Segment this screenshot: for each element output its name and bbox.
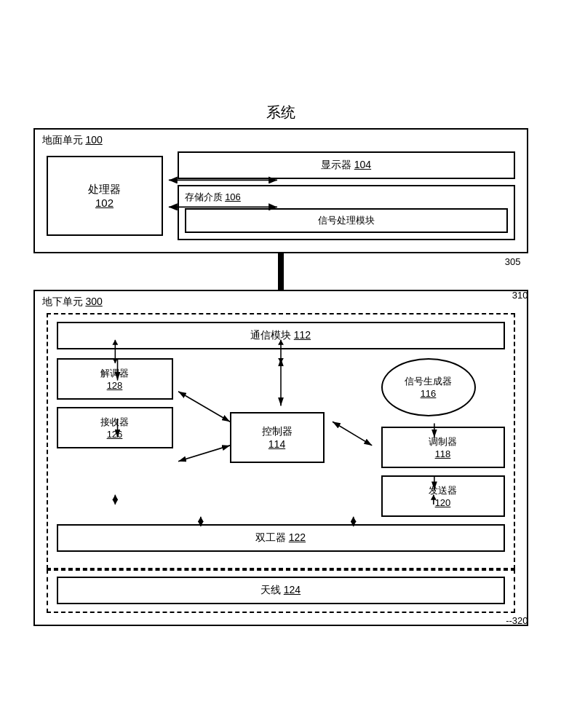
- comm-module-box: 通信模块 112: [57, 322, 505, 349]
- thick-line: [278, 253, 284, 290]
- right-boxes: 显示器 104 存储介质 106 信号处理模块: [178, 151, 515, 240]
- right-col: 信号生成器 116 调制器 118 发送器 120: [381, 358, 505, 517]
- underground-unit: 地下单元 300 310 通信模块 112 解调器 128 接收器 126: [33, 290, 528, 626]
- underground-unit-label: 地下单元 300: [42, 296, 103, 309]
- underground-inner: 通信模块 112 解调器 128 接收器 126: [47, 313, 515, 569]
- connector-area: 305: [33, 253, 528, 290]
- demodulator-box: 解调器 128: [57, 358, 173, 400]
- antenna-outer: 天线 124: [47, 569, 515, 613]
- center-col: 控制器 114: [180, 358, 374, 517]
- receiver-box: 接收器 126: [57, 407, 173, 448]
- label-310: 310: [512, 290, 528, 301]
- duplex-box: 双工器 122: [57, 524, 505, 552]
- display-box: 显示器 104: [178, 151, 515, 179]
- modulator-box: 调制器 118: [381, 427, 505, 468]
- storage-outer: 存储介质 106 信号处理模块: [178, 185, 515, 240]
- storage-label: 存储介质 106: [185, 191, 508, 204]
- antenna-box: 天线 124: [57, 577, 505, 604]
- signal-gen-box: 信号生成器 116: [381, 358, 476, 416]
- signal-proc-box: 信号处理模块: [185, 208, 508, 233]
- ground-unit-label: 地面单元 100: [42, 134, 103, 147]
- left-col: 解调器 128 接收器 126: [57, 358, 173, 517]
- transmitter-box: 发送器 120: [381, 475, 505, 517]
- system-title: 系统: [266, 103, 295, 122]
- label-320: --320: [506, 615, 528, 626]
- ground-inner: 处理器 102 显示器 104 存储介质 106 信号处理模块: [47, 151, 515, 240]
- controller-box: 控制器 114: [230, 412, 325, 463]
- ground-unit: 地面单元 100 处理器 102 显示器 104 存储介质 106 信号处理模块: [33, 128, 528, 253]
- diagram-container: 系统 地面单元 100 处理器 102 显示器 104 存储介质 106 信号处…: [19, 103, 543, 626]
- middle-section: 解调器 128 接收器 126 控制器 114: [57, 358, 505, 517]
- label-305: 305: [505, 256, 521, 267]
- processor-box: 处理器 102: [47, 156, 163, 236]
